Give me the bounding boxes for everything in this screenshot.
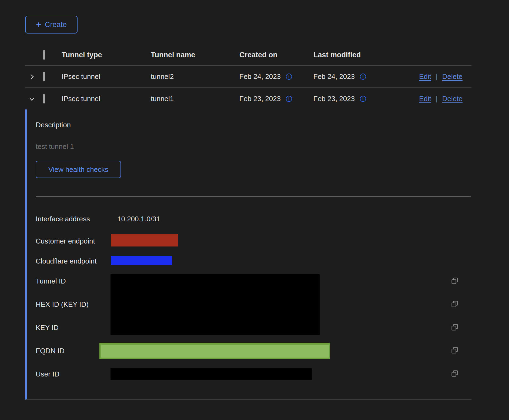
- user-id-label: User ID: [36, 370, 59, 378]
- collapse-row-button[interactable]: [25, 95, 43, 102]
- hex-id-label: HEX ID (KEY ID): [36, 300, 89, 309]
- tunnel-name-cell: tunnel1: [151, 95, 239, 103]
- description-value: test tunnel 1: [36, 142, 74, 151]
- column-header-tunnel-name: Tunnel name: [151, 51, 239, 59]
- section-divider: [36, 196, 471, 197]
- copy-icon[interactable]: [451, 346, 459, 354]
- copy-icon[interactable]: [451, 323, 459, 331]
- collapse-chevron-icon: [28, 95, 35, 102]
- copy-icon[interactable]: [451, 277, 459, 285]
- create-button[interactable]: + Create: [25, 16, 78, 34]
- tunnels-table: Tunnel type Tunnel name Created on Last …: [25, 44, 471, 110]
- column-header-last-modified: Last modified: [313, 51, 416, 59]
- customer-endpoint-label: Customer endpoint: [36, 237, 95, 245]
- copy-icon[interactable]: [451, 369, 459, 378]
- expand-chevron-icon: [28, 73, 35, 80]
- table-row: IPsec tunnel tunnel1 Feb 23, 2023 Feb 23…: [25, 88, 471, 110]
- view-health-checks-button[interactable]: View health checks: [36, 161, 121, 178]
- tunnel-type-cell: IPsec tunnel: [62, 95, 151, 103]
- edit-link[interactable]: Edit: [419, 95, 431, 103]
- info-icon[interactable]: [360, 95, 366, 102]
- action-separator: |: [436, 95, 438, 103]
- key-id-label: KEY ID: [36, 324, 59, 332]
- user-id-redacted-value: [110, 368, 312, 380]
- last-modified-cell: Feb 23, 2023: [313, 95, 355, 103]
- cloudflare-endpoint-label: Cloudflare endpoint: [36, 257, 97, 265]
- copy-icon[interactable]: [451, 300, 459, 308]
- info-icon[interactable]: [286, 73, 292, 80]
- tunnel-name-cell: tunnel2: [151, 72, 239, 81]
- created-on-cell: Feb 24, 2023: [239, 72, 281, 81]
- row-checkbox[interactable]: [43, 94, 45, 104]
- info-icon[interactable]: [286, 95, 292, 102]
- column-header-tunnel-type: Tunnel type: [62, 51, 151, 59]
- column-header-created-on: Created on: [239, 51, 313, 59]
- plus-icon: +: [36, 20, 41, 29]
- tunnel-id-label: Tunnel ID: [36, 277, 66, 285]
- tunnel-detail-panel: Description test tunnel 1 View health ch…: [25, 109, 471, 400]
- info-icon[interactable]: [360, 73, 366, 80]
- fqdn-id-redacted-value: [99, 343, 330, 359]
- fqdn-id-label: FQDN ID: [36, 347, 65, 355]
- description-label: Description: [36, 121, 71, 129]
- create-button-label: Create: [45, 21, 67, 29]
- created-on-cell: Feb 23, 2023: [239, 95, 281, 103]
- action-separator: |: [436, 72, 438, 81]
- delete-link[interactable]: Delete: [442, 95, 463, 103]
- row-checkbox[interactable]: [43, 72, 45, 81]
- table-row: IPsec tunnel tunnel2 Feb 24, 2023 Feb 24…: [25, 66, 471, 88]
- tunnel-type-cell: IPsec tunnel: [62, 72, 151, 81]
- table-header-row: Tunnel type Tunnel name Created on Last …: [25, 44, 471, 66]
- interface-address-value: 10.200.1.0/31: [117, 215, 160, 223]
- cloudflare-endpoint-redacted-value: [111, 256, 172, 265]
- last-modified-cell: Feb 24, 2023: [313, 72, 355, 81]
- customer-endpoint-redacted-value: [111, 234, 178, 246]
- edit-link[interactable]: Edit: [419, 72, 431, 81]
- select-all-checkbox[interactable]: [43, 50, 45, 60]
- expand-row-button[interactable]: [25, 73, 43, 80]
- tunnel-ids-redacted-value: [110, 274, 320, 335]
- delete-link[interactable]: Delete: [442, 72, 463, 81]
- interface-address-label: Interface address: [36, 215, 90, 223]
